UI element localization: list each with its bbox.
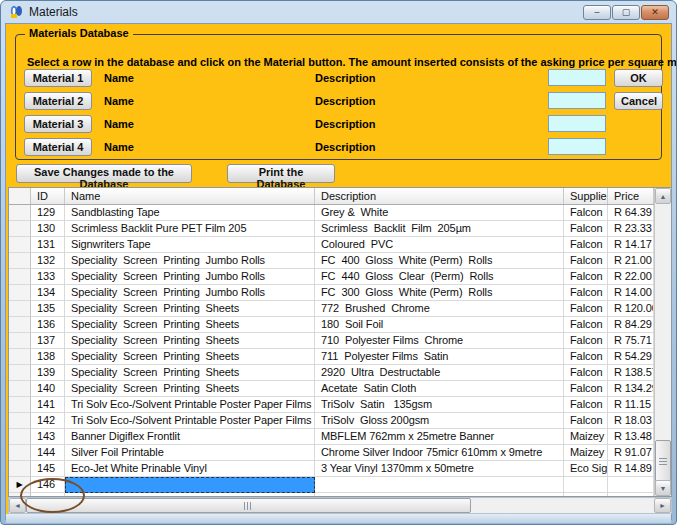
table-row[interactable]: 131Signwriters TapeColoured PVCFalconR 1… [9,237,654,253]
price-cell[interactable]: R 14.17 [608,237,654,253]
save-changes-button[interactable]: Save Changes made to the Database [16,164,192,183]
table-row[interactable]: 145Eco-Jet White Prinable Vinyl3 Year Vi… [9,461,654,477]
row-selector-cell[interactable] [9,221,31,237]
price-cell[interactable]: R 11.15 [608,397,654,413]
supplier-cell[interactable]: Falcon [564,333,608,349]
name-cell[interactable]: Silver Foil Printable [65,445,315,461]
name-cell-selected[interactable] [65,477,315,493]
id-cell[interactable]: 132 [31,253,65,269]
row-selector-cell[interactable] [9,365,31,381]
id-cell[interactable]: 135 [31,301,65,317]
table-row[interactable]: 133Speciality Screen Printing Jumbo Roll… [9,269,654,285]
price-cell[interactable]: R 84.29 [608,317,654,333]
row-selector-cell[interactable] [9,269,31,285]
description-cell[interactable]: 772 Brushed Chrome [315,301,564,317]
name-cell[interactable]: Scrimless Backlit Pure PET Film 205 [65,221,315,237]
table-row[interactable]: 132Speciality Screen Printing Jumbo Roll… [9,253,654,269]
row-selector-cell[interactable] [9,301,31,317]
table-row-selected[interactable]: ▶146 [9,477,654,493]
material-3-amount-input[interactable] [548,115,606,132]
table-row[interactable]: 141Tri Solv Eco-/Solvent Printable Poste… [9,397,654,413]
table-row[interactable]: 136Speciality Screen Printing Sheets180 … [9,317,654,333]
description-cell[interactable]: Coloured PVC [315,237,564,253]
table-row[interactable]: 143Banner Digiflex FrontlitMBFLEM 762mm … [9,429,654,445]
row-selector-cell[interactable] [9,205,31,221]
name-cell[interactable]: Speciality Screen Printing Sheets [65,349,315,365]
material-2-amount-input[interactable] [548,92,606,109]
table-row[interactable]: 134Speciality Screen Printing Jumbo Roll… [9,285,654,301]
row-selector-cell[interactable] [9,397,31,413]
column-header-name[interactable]: Name [65,188,315,204]
horizontal-scrollbar[interactable]: ◄ ► [8,497,672,514]
description-cell[interactable]: Scrimless Backlit Film 205µm [315,221,564,237]
material-4-amount-input[interactable] [548,138,606,155]
supplier-cell[interactable]: Falcon [564,301,608,317]
id-cell[interactable]: 141 [31,397,65,413]
supplier-cell[interactable]: Falcon [564,413,608,429]
description-cell[interactable]: Chrome Silver Indoor 75micr 610mm x 9met… [315,445,564,461]
id-cell[interactable]: 142 [31,413,65,429]
id-cell[interactable]: 139 [31,365,65,381]
supplier-cell[interactable]: Falcon [564,397,608,413]
row-selector-cell[interactable] [9,413,31,429]
close-button[interactable]: ✕ [641,5,669,20]
row-selector-cell[interactable] [9,253,31,269]
column-header-id[interactable]: ID [31,188,65,204]
table-row[interactable]: 144Silver Foil PrintableChrome Silver In… [9,445,654,461]
vertical-scroll-thumb[interactable] [655,440,671,482]
description-cell[interactable]: FC 440 Gloss Clear (Perm) Rolls [315,269,564,285]
column-header-price[interactable]: Price [608,188,654,204]
name-cell[interactable]: Tri Solv Eco-/Solvent Printable Poster P… [65,413,315,429]
name-cell[interactable]: Speciality Screen Printing Sheets [65,301,315,317]
table-row[interactable]: 137Speciality Screen Printing Sheets710 … [9,333,654,349]
row-selector-cell[interactable] [9,461,31,477]
id-cell[interactable]: 144 [31,445,65,461]
price-cell[interactable]: R 54.29 [608,349,654,365]
column-header-description[interactable]: Description [315,188,564,204]
name-cell[interactable]: Signwriters Tape [65,237,315,253]
material-2-button[interactable]: Material 2 [24,92,92,110]
row-selector-cell[interactable] [9,445,31,461]
price-cell[interactable]: R 21.00 [608,253,654,269]
name-cell[interactable]: Sandblasting Tape [65,205,315,221]
description-cell[interactable]: FC 300 Gloss White (Perm) Rolls [315,285,564,301]
id-cell[interactable]: 136 [31,317,65,333]
row-selector-cell[interactable] [9,237,31,253]
name-cell[interactable]: Speciality Screen Printing Sheets [65,365,315,381]
name-cell[interactable]: Speciality Screen Printing Jumbo Rolls [65,285,315,301]
supplier-cell[interactable] [564,477,608,493]
row-selector-header[interactable] [9,188,31,204]
table-row[interactable]: 129Sandblasting TapeGrey & WhiteFalconR … [9,205,654,221]
description-cell[interactable]: TriSolv Gloss 200gsm [315,413,564,429]
name-cell[interactable]: Speciality Screen Printing Sheets [65,317,315,333]
price-cell[interactable]: R 23.33 [608,221,654,237]
price-cell[interactable]: R 14.00 [608,285,654,301]
scroll-right-button[interactable]: ► [654,498,671,513]
table-row[interactable]: 140Speciality Screen Printing SheetsAcet… [9,381,654,397]
price-cell[interactable]: R 18.03 [608,413,654,429]
id-cell[interactable]: 133 [31,269,65,285]
id-cell[interactable]: 137 [31,333,65,349]
table-row[interactable]: 135Speciality Screen Printing Sheets772 … [9,301,654,317]
name-cell[interactable]: Speciality Screen Printing Jumbo Rolls [65,269,315,285]
name-cell[interactable]: Tri Solv Eco-/Solvent Printable Poster P… [65,397,315,413]
id-cell[interactable]: 130 [31,221,65,237]
supplier-cell[interactable]: Falcon [564,237,608,253]
supplier-cell[interactable]: Falcon [564,221,608,237]
price-cell[interactable]: R 138.57 [608,365,654,381]
table-row[interactable]: 130Scrimless Backlit Pure PET Film 205Sc… [9,221,654,237]
supplier-cell[interactable]: Falcon [564,253,608,269]
id-cell[interactable]: 131 [31,237,65,253]
row-selector-cell[interactable] [9,381,31,397]
description-cell[interactable]: 3 Year Vinyl 1370mm x 50metre [315,461,564,477]
row-selector-cell[interactable] [9,429,31,445]
price-cell[interactable]: R 75.71 [608,333,654,349]
scroll-down-button[interactable]: ▼ [655,480,671,496]
price-cell[interactable]: R 22.00 [608,269,654,285]
scroll-up-button[interactable]: ▲ [655,188,671,204]
supplier-cell[interactable]: Eco Sig... [564,461,608,477]
id-cell[interactable]: 145 [31,461,65,477]
supplier-cell[interactable]: Falcon [564,317,608,333]
table-row[interactable]: 139Speciality Screen Printing Sheets2920… [9,365,654,381]
supplier-cell[interactable]: Falcon [564,381,608,397]
